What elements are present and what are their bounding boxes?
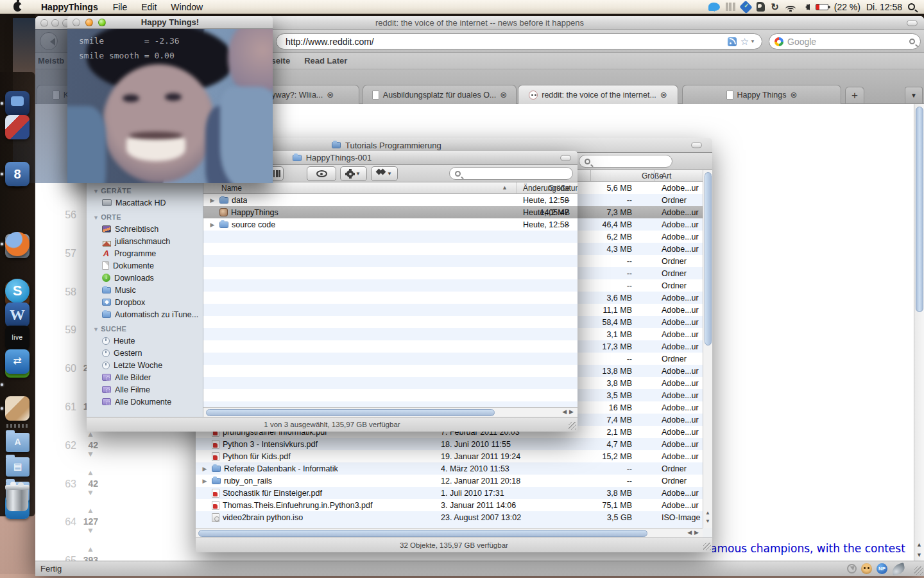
menubar-menu-file[interactable]: File [106, 2, 135, 12]
scroll-down-arrow[interactable]: ▼ [916, 552, 922, 558]
scroll-down-arrow[interactable]: ▼ [705, 518, 710, 524]
disclosure-triangle-icon[interactable]: ▶ [201, 478, 209, 484]
column-size[interactable]: Größe [548, 184, 570, 193]
scrollbar-thumb[interactable] [198, 530, 647, 537]
menubar-clock[interactable]: Di. 12:58 [866, 1, 902, 13]
tab-close-icon[interactable]: ⊗ [791, 91, 798, 99]
dock-ableton-live-icon[interactable]: live [5, 326, 30, 350]
dock-app-8-icon[interactable]: 8 [5, 162, 30, 186]
quick-look-button[interactable] [307, 166, 336, 181]
sidebar-item-music[interactable]: Music [87, 284, 203, 296]
twitter-menu-icon[interactable] [708, 3, 720, 11]
file-row-Stochastik-f-r-Einsteiger-pdf[interactable]: Stochastik für Einsteiger.pdf1. Juli 201… [196, 487, 703, 499]
disclosure-triangle-icon[interactable]: ▶ [209, 197, 216, 204]
file-row-source-code[interactable]: ▶source codeHeute, 12:58-- [203, 218, 578, 231]
sidebar-item-letzte-woche[interactable]: Letzte Woche [87, 359, 203, 371]
minimize-button[interactable] [51, 19, 59, 27]
finder2-minimize-lozenge[interactable] [691, 143, 702, 148]
folder-proxy-icon[interactable] [332, 142, 341, 148]
menu-app-name[interactable]: HappyThings [33, 2, 106, 12]
browser-vertical-scrollbar[interactable]: ▲ ▼ [914, 104, 924, 561]
file-row-Python-f-r-Kids-pdf[interactable]: Python für Kids.pdf19. Januar 2011 19:24… [196, 450, 703, 462]
sidebar-item-macattack-hd[interactable]: Macattack HD [87, 197, 203, 209]
file-row-Referate-Datenbank-Informatik[interactable]: ▶Referate Datenbank - Informatik4. März … [196, 462, 703, 475]
scrollbar-thumb[interactable] [916, 107, 923, 312]
tab-1[interactable]: Ausbildungsplatz für duales O...⊗ [363, 85, 517, 104]
scroll-left-arrow[interactable]: ◀ [687, 529, 694, 536]
scroll-up-arrow[interactable]: ▲ [705, 510, 710, 516]
menubar-menu-window[interactable]: Window [164, 2, 210, 12]
disclosure-triangle-icon[interactable]: ▼ [93, 326, 99, 333]
disclosure-triangle-icon[interactable]: ▼ [93, 215, 99, 221]
disclosure-triangle-icon[interactable]: ▶ [209, 222, 216, 228]
upvote-arrow-icon[interactable]: ▲ [87, 468, 94, 477]
sidebar-item-dokumente[interactable]: Dokumente [87, 259, 203, 272]
file-row-Thomas-Theis-Einfuehrung-in-Python3-pdf[interactable]: Thomas.Theis.Einfuehrung.in.Python3.pdf3… [196, 499, 703, 511]
urlbar-dropdown-icon[interactable]: ▼ [750, 39, 755, 44]
dock-skype-icon[interactable]: S [5, 279, 30, 303]
finder2-vertical-scrollbar[interactable]: ▲▼ [703, 170, 712, 528]
minimize-button[interactable] [85, 19, 93, 26]
sidebar-item-heute[interactable]: Heute [87, 335, 203, 347]
battery-icon[interactable] [816, 4, 828, 10]
disclosure-triangle-icon[interactable]: ▼ [93, 188, 99, 195]
sidebar-item-schreibtisch[interactable]: Schreibtisch [87, 223, 203, 235]
dock-documents-folder-icon[interactable]: ▤ [6, 457, 30, 477]
file-row-Python-3-Intensivkurs-pdf[interactable]: Python 3 - Intensivkurs.pdf18. Juni 2010… [196, 438, 703, 450]
finder1-minimize-lozenge[interactable] [560, 155, 571, 161]
quill-addon-icon[interactable] [891, 563, 906, 575]
disclosure-triangle-icon[interactable]: ▶ [201, 466, 209, 472]
column-kind[interactable]: Art [662, 171, 671, 180]
scroll-right-arrow[interactable]: ▶ [694, 529, 701, 536]
file-row-data[interactable]: ▶dataHeute, 12:58-- [203, 194, 578, 206]
sidebar-item-gestern[interactable]: Gestern [87, 347, 203, 359]
sidebar-item-alle-filme[interactable]: Alle Filme [87, 383, 203, 396]
downvote-arrow-icon[interactable]: ▼ [87, 450, 94, 459]
action-gear-button[interactable]: ▼ [340, 166, 367, 181]
tab-close-icon[interactable]: ⊗ [327, 91, 334, 99]
web-search-field[interactable]: Google [769, 33, 921, 49]
tab-active-reddit[interactable]: reddit: the voice of the internet...⊗ [518, 85, 678, 104]
folder-proxy-icon[interactable] [293, 155, 302, 161]
close-button[interactable] [73, 19, 80, 26]
tab-close-icon[interactable]: ⊗ [660, 91, 667, 99]
sidebar-item-automatisch-zu-itune-[interactable]: Automatisch zu iTune... [87, 308, 203, 320]
finder2-resize-grip[interactable] [703, 543, 711, 550]
apple-menu-icon[interactable] [13, 2, 22, 12]
noscript-icon[interactable]: NP [877, 563, 887, 574]
scroll-up-arrow[interactable]: ▲ [916, 541, 922, 548]
close-button[interactable] [40, 19, 48, 27]
file-row-HappyThings[interactable]: HappyThingsHeute, 05:4714,2 MB [203, 206, 578, 218]
sidebar-item-downloads[interactable]: Downloads [87, 272, 203, 284]
finder1-column-headers[interactable]: Name ▲ Änderungsdatum Größe [203, 182, 578, 194]
column-name[interactable]: Name [221, 184, 242, 193]
dock-photo-cat-app-icon[interactable] [5, 396, 30, 421]
scroll-right-arrow[interactable]: ▶ [569, 408, 576, 415]
file-row-video2brain-python-iso[interactable]: video2brain python.iso23. August 2007 13… [196, 511, 703, 523]
scroll-left-arrow[interactable]: ◀ [562, 408, 569, 415]
menubar-menu-edit[interactable]: Edit [134, 2, 164, 12]
scrollbar-thumb[interactable] [206, 409, 495, 416]
sync-menu-icon[interactable]: ↻ [771, 1, 779, 13]
dock-media-app-icon[interactable] [5, 115, 30, 139]
sidebar-item-dropbox[interactable]: Dropbox [87, 296, 203, 308]
rss-icon[interactable] [728, 37, 737, 46]
new-tab-button[interactable]: + [845, 87, 864, 103]
downvote-arrow-icon[interactable]: ▼ [87, 488, 94, 497]
wifi-icon[interactable] [785, 3, 796, 12]
columns-menu-icon[interactable] [726, 3, 735, 11]
finder1-resize-grip[interactable] [569, 422, 576, 430]
downvote-arrow-icon[interactable]: ▼ [87, 526, 94, 535]
finder1-horizontal-scrollbar[interactable]: ◀▶ [203, 407, 578, 417]
google-icon[interactable] [774, 37, 783, 46]
dropbox-button[interactable]: ▼ [371, 166, 398, 181]
toolbar-toggle-lozenge[interactable] [907, 20, 918, 26]
zoom-button[interactable] [98, 19, 106, 26]
reddit-story-link[interactable]: amous champions, with the contest [710, 542, 905, 555]
upvote-arrow-icon[interactable]: ▲ [87, 506, 94, 515]
dock-chat-app-icon[interactable] [5, 91, 30, 116]
spotlight-icon[interactable] [908, 3, 915, 10]
scrollbar-thumb[interactable] [705, 172, 712, 346]
dropbox-menu-icon[interactable] [739, 0, 753, 13]
column-size[interactable]: Größe [642, 171, 663, 180]
